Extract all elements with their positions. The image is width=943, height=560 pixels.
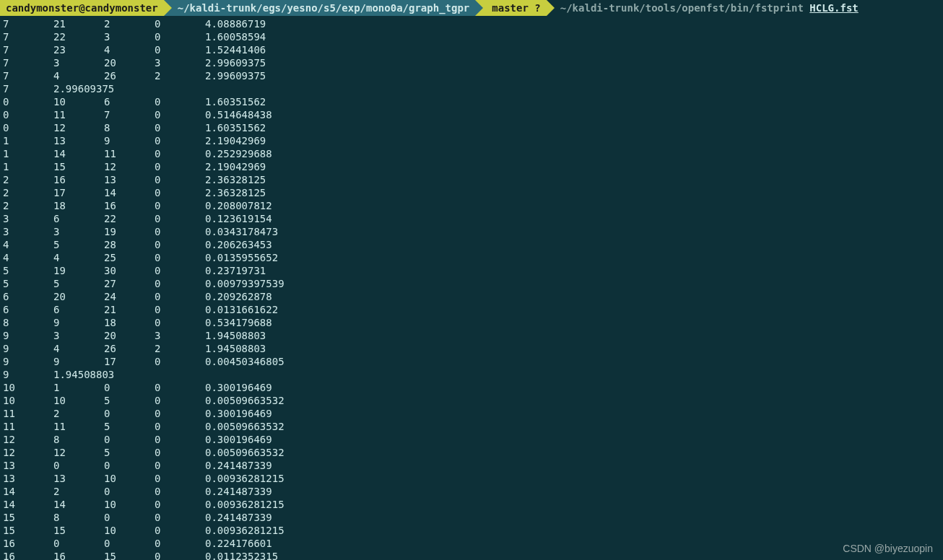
- output-cell: 15: [3, 511, 53, 524]
- output-cell: 2: [53, 407, 104, 420]
- command-text: ~/kaldi-trunk/tools/openfst/bin/fstprint: [560, 2, 804, 14]
- output-cell: 2: [104, 17, 155, 30]
- output-cell: 0.00979397539: [205, 277, 284, 290]
- output-cell: 7: [104, 108, 155, 121]
- output-cell: 10: [53, 394, 104, 407]
- output-cell: 14: [3, 498, 53, 511]
- output-row: 722301.60058594: [3, 30, 940, 43]
- command-arg-file: HCLG.fst: [809, 2, 858, 14]
- output-cell: 15: [3, 524, 53, 537]
- output-cell: 7: [3, 69, 53, 82]
- prompt-bar[interactable]: candymonster@candymonster ~/kaldi-trunk/…: [0, 0, 943, 16]
- output-row: 2171402.36328125: [3, 186, 940, 199]
- output-row: 112000.300196469: [3, 407, 940, 420]
- output-cell: 0: [104, 485, 155, 498]
- output-cell: 3: [155, 56, 205, 69]
- output-cell: 5: [3, 277, 53, 290]
- output-cell: 11: [53, 108, 104, 121]
- output-cell: 0: [155, 407, 205, 420]
- output-cell: 30: [104, 264, 155, 277]
- output-cell: 0: [155, 251, 205, 264]
- output-cell: 19: [53, 264, 104, 277]
- output-cell: 2.19042969: [205, 134, 266, 147]
- output-row: 15151000.00936281215: [3, 524, 940, 537]
- output-cell: 0.00509663532: [205, 394, 284, 407]
- output-cell: 0.300196469: [205, 407, 272, 420]
- output-cell: 13: [53, 472, 104, 485]
- command-input[interactable]: ~/kaldi-trunk/tools/openfst/bin/fstprint…: [555, 0, 943, 16]
- output-cell: 0: [155, 134, 205, 147]
- output-cell: 10: [53, 95, 104, 108]
- output-cell: 0.00509663532: [205, 446, 284, 459]
- output-cell: 9: [53, 355, 104, 368]
- watermark-text: CSDN @biyezuopin: [843, 543, 933, 554]
- output-cell: 18: [104, 316, 155, 329]
- output-row: 14141000.00936281215: [3, 498, 940, 511]
- output-cell: 0: [155, 316, 205, 329]
- output-row: 1111500.00509663532: [3, 420, 940, 433]
- output-cell: 0: [104, 381, 155, 394]
- output-cell: 2: [155, 342, 205, 355]
- output-cell: 0: [155, 147, 205, 160]
- output-cell: 5: [3, 264, 53, 277]
- output-cell: 2.19042969: [205, 160, 266, 173]
- output-cell: 7: [3, 82, 53, 95]
- output-cell: 0.00936281215: [205, 472, 284, 485]
- terminal-output[interactable]: 721204.08886719722301.60058594723401.524…: [0, 16, 943, 560]
- output-row: 742622.99609375: [3, 69, 940, 82]
- output-cell: 3: [53, 329, 104, 342]
- output-row: 732032.99609375: [3, 56, 940, 69]
- output-row: 13131000.00936281215: [3, 472, 940, 485]
- output-cell: 17: [53, 186, 104, 199]
- output-cell: 20: [104, 56, 155, 69]
- output-cell: 0: [155, 238, 205, 251]
- output-cell: 0.00509663532: [205, 420, 284, 433]
- output-row: 130000.241487339: [3, 459, 940, 472]
- output-cell: 0: [155, 420, 205, 433]
- output-cell: 2.99609375: [205, 69, 266, 82]
- output-cell: 2.36328125: [205, 186, 266, 199]
- output-cell: 8: [3, 316, 53, 329]
- output-cell: 1.94508803: [205, 329, 266, 342]
- output-row: 16161500.0112352315: [3, 550, 940, 560]
- output-cell: 1: [3, 134, 53, 147]
- output-row: 331900.0343178473: [3, 225, 940, 238]
- output-cell: 1.94508803: [205, 342, 266, 355]
- output-cell: 0.300196469: [205, 433, 272, 446]
- output-row: 158000.241487339: [3, 511, 940, 524]
- output-row: 452800.206263453: [3, 238, 940, 251]
- output-cell: 2: [3, 199, 53, 212]
- output-cell: 11: [104, 147, 155, 160]
- output-cell: 10: [3, 381, 53, 394]
- output-cell: 0: [3, 95, 53, 108]
- output-row: 552700.00979397539: [3, 277, 940, 290]
- output-cell: 0: [155, 303, 205, 316]
- prompt-user: candymonster@candymonster: [0, 0, 164, 16]
- output-cell: 26: [104, 69, 155, 82]
- output-cell: 27: [104, 277, 155, 290]
- output-cell: 0: [155, 524, 205, 537]
- output-row: 91.94508803: [3, 368, 940, 381]
- output-cell: 0: [155, 485, 205, 498]
- output-cell: 0: [155, 355, 205, 368]
- output-row: 6202400.209262878: [3, 290, 940, 303]
- output-cell: 4.08886719: [205, 17, 266, 30]
- output-cell: 3: [3, 212, 53, 225]
- output-cell: 0: [155, 511, 205, 524]
- output-cell: 1: [3, 147, 53, 160]
- output-cell: 0: [155, 550, 205, 560]
- output-cell: 7: [3, 43, 53, 56]
- output-row: 5193000.23719731: [3, 264, 940, 277]
- output-cell: 0: [104, 459, 155, 472]
- output-cell: 8: [104, 121, 155, 134]
- output-cell: 1.94508803: [53, 368, 104, 381]
- output-cell: 6: [3, 303, 53, 316]
- output-cell: 7: [3, 17, 53, 30]
- arrow-icon: [475, 0, 483, 16]
- output-cell: 0.252929688: [205, 147, 272, 160]
- output-cell: 14: [53, 147, 104, 160]
- output-row: 2161302.36328125: [3, 173, 940, 186]
- output-cell: 5: [104, 394, 155, 407]
- output-row: 721204.08886719: [3, 17, 940, 30]
- output-cell: 0: [155, 472, 205, 485]
